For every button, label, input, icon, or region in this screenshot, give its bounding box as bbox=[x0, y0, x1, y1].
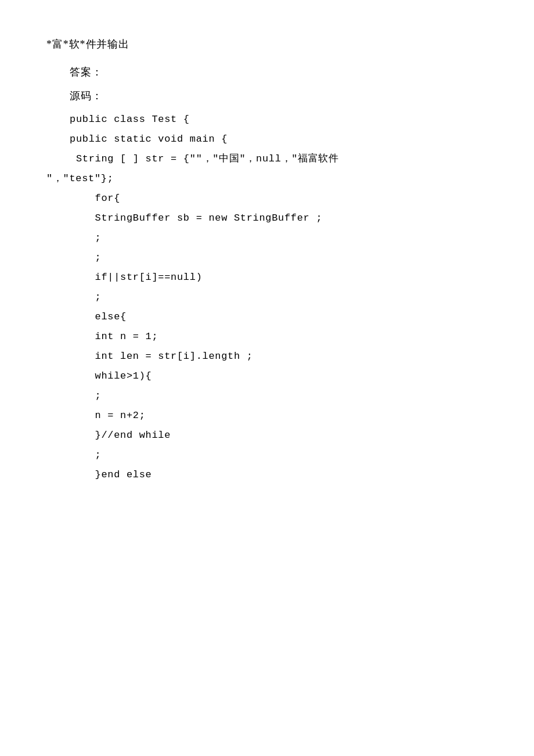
code-line-2: public static void main { bbox=[70, 129, 488, 149]
page-container: *富*软*件并输出 答案： 源码： public class Test { pu… bbox=[0, 0, 534, 756]
code-line-17: }//end while bbox=[70, 426, 488, 445]
code-line-8: ; bbox=[70, 248, 488, 268]
code-line-19: }end else bbox=[70, 465, 488, 485]
code-line-14: while>1){ bbox=[70, 366, 488, 386]
code-line-9: if||str[i]==null) bbox=[70, 268, 488, 287]
code-line-18: ; bbox=[70, 445, 488, 465]
code-line-12: int n = 1; bbox=[70, 327, 488, 347]
code-line-16: n = n+2; bbox=[70, 406, 488, 426]
source-label: 源码： bbox=[70, 87, 488, 105]
code-line-5: for{ bbox=[70, 189, 488, 208]
code-line-1: public class Test { bbox=[70, 110, 488, 129]
title-line: *富*软*件并输出 bbox=[46, 35, 488, 53]
code-line-4: "，"test"}; bbox=[46, 169, 488, 189]
content-block: *富*软*件并输出 答案： 源码： public class Test { pu… bbox=[46, 35, 488, 485]
code-line-13: int len = str[i].length ; bbox=[70, 347, 488, 366]
code-block: public class Test { public static void m… bbox=[70, 110, 488, 485]
code-line-15: ; bbox=[70, 386, 488, 406]
code-line-6: StringBuffer sb = new StringBuffer ; bbox=[70, 208, 488, 228]
code-line-3: String [ ] str = {""，"中国"，null，"福富软件 bbox=[70, 149, 488, 169]
code-line-7: ; bbox=[70, 228, 488, 248]
code-line-11: else{ bbox=[70, 307, 488, 327]
answer-label: 答案： bbox=[70, 63, 488, 81]
code-line-10: ; bbox=[70, 287, 488, 307]
